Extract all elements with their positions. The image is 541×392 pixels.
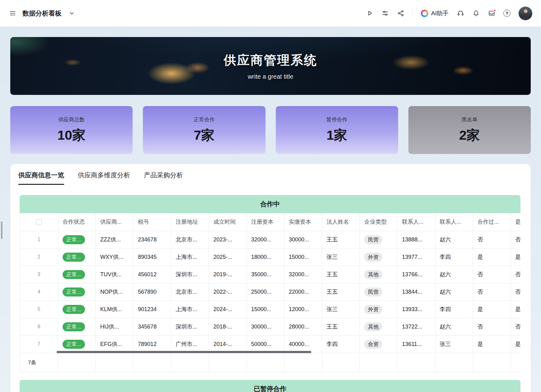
table-cell[interactable]: 正常... — [58, 231, 96, 248]
table-cell[interactable]: 901234 — [134, 301, 171, 318]
table-cell[interactable]: NOP供... — [96, 283, 133, 301]
table-cell[interactable]: 25000... — [247, 283, 284, 301]
table-cell[interactable]: 正常... — [58, 318, 96, 335]
table-cell[interactable]: 890345 — [134, 248, 171, 266]
table-cell[interactable]: EFG供... — [96, 335, 133, 353]
column-header[interactable]: 企业类型 — [360, 213, 398, 231]
table-cell[interactable]: 是 — [510, 248, 520, 266]
ai-assistant-button[interactable]: AI助手 — [421, 9, 449, 17]
stat-card[interactable]: 暂停合作1家 — [276, 106, 398, 154]
table-cell[interactable]: 567890 — [134, 283, 171, 301]
table-cell[interactable]: 22000... — [284, 283, 322, 301]
table-cell[interactable]: 2025-... — [209, 248, 247, 266]
table-cell[interactable]: 否 — [473, 283, 510, 301]
table-cell[interactable]: 深圳市... — [171, 318, 209, 335]
table-cell[interactable]: 32000... — [247, 231, 284, 248]
table-cell[interactable]: 张三 — [435, 335, 473, 353]
tab-item[interactable]: 产品采购分析 — [144, 171, 183, 185]
settings-sliders-icon[interactable] — [381, 10, 389, 17]
column-header[interactable]: 合作过... — [473, 213, 510, 231]
table-cell[interactable]: 王五 — [322, 266, 360, 283]
table-cell[interactable]: KLM供... — [96, 301, 133, 318]
table-cell[interactable]: 李四 — [435, 248, 473, 266]
table-cell[interactable]: 13611... — [398, 335, 435, 353]
table-cell[interactable]: 上海市... — [171, 248, 209, 266]
table-cell[interactable]: 张三 — [322, 248, 360, 266]
table-cell[interactable]: 12000... — [284, 301, 322, 318]
table-cell[interactable]: 否 — [473, 231, 510, 248]
table-cell[interactable]: 35000... — [247, 266, 284, 283]
row-number[interactable]: 2 — [20, 248, 58, 266]
table-cell[interactable]: 50000... — [247, 335, 284, 353]
table-cell[interactable]: 正常... — [58, 283, 96, 301]
column-header[interactable]: 联系人... — [398, 213, 435, 231]
table-cell[interactable]: 赵六 — [435, 318, 473, 335]
table-cell[interactable]: 28000... — [284, 318, 322, 335]
column-header[interactable]: 法人姓名 — [322, 213, 360, 231]
table-cell[interactable]: 2014-... — [209, 335, 247, 353]
page-vertical-scrollbar[interactable] — [1, 222, 2, 239]
table-cell[interactable]: 王五 — [322, 283, 360, 301]
column-header[interactable]: 注册资本 — [247, 213, 284, 231]
table-cell[interactable]: 其他 — [360, 318, 398, 335]
table-cell[interactable]: TUV供... — [96, 266, 133, 283]
table-cell[interactable]: 外资 — [360, 301, 398, 318]
table-cell[interactable]: 2022-... — [209, 283, 247, 301]
table-cell[interactable]: 是 — [510, 335, 520, 353]
table-cell[interactable]: 30000... — [284, 231, 322, 248]
table-cell[interactable]: 2023-... — [209, 231, 247, 248]
table-cell[interactable]: 否 — [473, 318, 510, 335]
table-cell[interactable]: 否 — [510, 283, 520, 301]
row-number[interactable]: 5 — [20, 301, 58, 318]
help-icon[interactable] — [503, 10, 510, 17]
table-cell[interactable]: 外资 — [360, 248, 398, 266]
table-cell[interactable]: 13722... — [398, 318, 435, 335]
table-cell[interactable]: 广州市... — [171, 335, 209, 353]
table-cell[interactable]: 正常... — [58, 335, 96, 353]
table-cell[interactable]: 北京市... — [171, 283, 209, 301]
table-cell[interactable]: 13844... — [398, 283, 435, 301]
menu-icon[interactable] — [9, 10, 16, 17]
column-header[interactable]: 供应商... — [96, 213, 133, 231]
table-cell[interactable]: 正常... — [58, 266, 96, 283]
table-cell[interactable]: 是 — [473, 301, 510, 318]
stat-card[interactable]: 黑名单2家 — [408, 106, 531, 154]
table-cell[interactable]: 15000... — [284, 248, 322, 266]
table-cell[interactable]: 13888... — [398, 231, 435, 248]
table-cell[interactable]: 民营 — [360, 231, 398, 248]
row-number[interactable]: 3 — [20, 266, 58, 283]
table-cell[interactable]: 北京市... — [171, 231, 209, 248]
table-cell[interactable]: 正常... — [58, 248, 96, 266]
column-header[interactable]: 注册地址 — [171, 213, 209, 231]
bell-icon[interactable] — [472, 10, 480, 17]
stat-card[interactable]: 供应商总数10家 — [10, 106, 133, 154]
table-cell[interactable]: 13766... — [398, 266, 435, 283]
table-cell[interactable]: 30000... — [247, 318, 284, 335]
row-number[interactable]: 1 — [20, 231, 58, 248]
horizontal-scrollbar[interactable] — [57, 351, 311, 353]
table-cell[interactable]: 合资 — [360, 335, 398, 353]
stat-card[interactable]: 正常合作7家 — [143, 106, 265, 154]
table-cell[interactable]: 345678 — [134, 318, 171, 335]
table-cell[interactable]: 否 — [510, 231, 520, 248]
row-number[interactable]: 6 — [20, 318, 58, 335]
table-cell[interactable]: 234678 — [134, 231, 171, 248]
table-cell[interactable]: 是 — [510, 301, 520, 318]
share-icon[interactable] — [397, 10, 404, 17]
table-cell[interactable]: 王五 — [322, 318, 360, 335]
hero-banner[interactable]: 供应商管理系统 write a great title — [10, 37, 531, 95]
table-cell[interactable]: 是 — [473, 335, 510, 353]
column-header[interactable]: 实缴资本 — [284, 213, 322, 231]
table-cell[interactable]: 13933... — [398, 301, 435, 318]
chevron-down-icon[interactable] — [68, 10, 75, 17]
table-cell[interactable]: 789012 — [134, 335, 171, 353]
table-cell[interactable]: 王五 — [322, 231, 360, 248]
inbox-icon[interactable] — [488, 10, 495, 17]
table-cell[interactable]: WXY供... — [96, 248, 133, 266]
table-cell[interactable]: HIJ供... — [96, 318, 133, 335]
column-header[interactable]: 合作状态 — [58, 213, 96, 231]
tab-active[interactable]: 供应商信息一览 — [18, 171, 64, 185]
tab-item[interactable]: 供应商多维度分析 — [78, 171, 130, 185]
user-avatar[interactable] — [519, 7, 532, 20]
table-cell[interactable]: 其他 — [360, 266, 398, 283]
